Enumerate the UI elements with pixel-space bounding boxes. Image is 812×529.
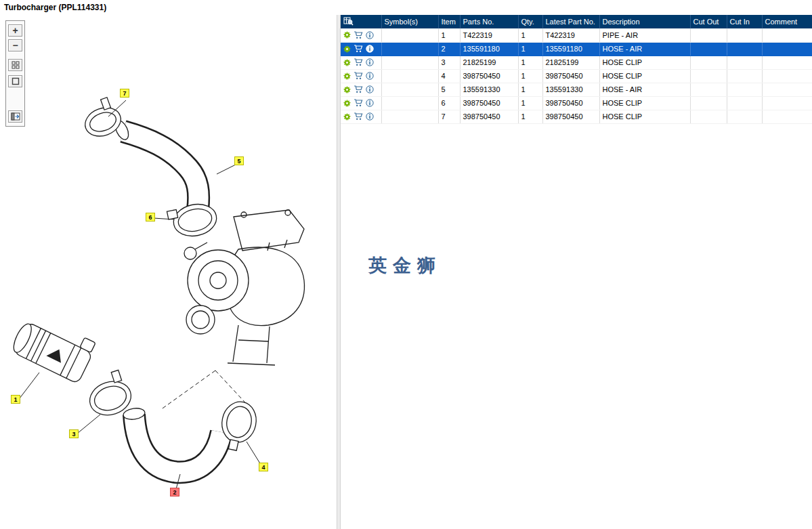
info-icon[interactable] — [366, 31, 374, 39]
cell-cut-out — [690, 96, 727, 110]
cell-description: HOSE - AIR — [599, 42, 690, 56]
cell-item: 4 — [438, 69, 460, 83]
info-icon[interactable] — [366, 72, 374, 80]
callout-1[interactable]: 1 — [11, 395, 20, 404]
cell-parts-no: T422319 — [460, 28, 518, 42]
table-row[interactable]: 5 135591330 1 135591330 HOSE - AIR — [341, 83, 812, 96]
cell-latest-part-no: T422319 — [542, 28, 599, 42]
table-row[interactable]: 2 135591180 1 135591180 HOSE - AIR — [341, 42, 812, 56]
callout-7[interactable]: 7 — [120, 89, 129, 98]
cell-latest-part-no: 135591180 — [542, 42, 599, 56]
cell-latest-part-no: 398750450 — [542, 96, 599, 110]
cell-comment — [762, 42, 812, 56]
gear-icon[interactable] — [343, 31, 351, 39]
cart-icon[interactable] — [354, 31, 363, 39]
info-icon[interactable] — [366, 58, 374, 66]
table-row[interactable]: 6 398750450 1 398750450 HOSE CLIP — [341, 96, 812, 110]
row-actions-cell — [341, 42, 381, 56]
col-latest-part-no[interactable]: Latest Part No. — [542, 15, 599, 28]
cell-parts-no: 21825199 — [460, 56, 518, 69]
table-row[interactable]: 1 T422319 1 T422319 PIPE - AIR — [341, 28, 812, 42]
cell-symbols — [381, 56, 438, 69]
cell-symbols — [381, 42, 438, 56]
cell-comment — [762, 96, 812, 110]
app-window: Turbocharger (PPL114331) + − — [0, 0, 812, 529]
cart-icon[interactable] — [354, 99, 363, 107]
cart-icon[interactable] — [354, 58, 363, 66]
row-actions-cell — [341, 28, 381, 42]
cell-latest-part-no: 135591330 — [542, 83, 599, 96]
gear-icon[interactable] — [343, 113, 351, 121]
callout-4[interactable]: 4 — [259, 463, 268, 471]
cell-cut-in — [727, 69, 762, 83]
cell-symbols — [381, 96, 438, 110]
row-actions-cell — [341, 96, 381, 110]
col-parts-no[interactable]: Parts No. — [460, 15, 518, 28]
cell-cut-in — [727, 110, 762, 123]
cell-comment — [762, 69, 812, 83]
cell-qty: 1 — [518, 56, 542, 69]
col-item[interactable]: Item — [438, 15, 460, 28]
cart-icon[interactable] — [354, 45, 363, 53]
cell-cut-in — [727, 83, 762, 96]
info-icon[interactable] — [366, 99, 374, 107]
cell-item: 5 — [438, 83, 460, 96]
turbocharger-diagram — [0, 15, 337, 529]
cell-description: HOSE CLIP — [599, 69, 690, 83]
cell-description: HOSE CLIP — [599, 110, 690, 123]
cell-parts-no: 398750450 — [460, 96, 518, 110]
cell-item: 1 — [438, 28, 460, 42]
cell-item: 3 — [438, 56, 460, 69]
gear-icon[interactable] — [343, 59, 351, 66]
table-header-row: Symbol(s) Item Parts No. Qty. Latest Par… — [341, 15, 812, 28]
cell-parts-no: 135591330 — [460, 83, 518, 96]
callout-2[interactable]: 2 — [170, 488, 179, 496]
cell-symbols — [381, 28, 438, 42]
info-icon[interactable] — [366, 112, 374, 121]
cart-icon[interactable] — [354, 112, 363, 121]
gear-icon[interactable] — [343, 86, 351, 93]
cell-qty: 1 — [518, 110, 542, 123]
table-filter-header[interactable] — [341, 15, 381, 28]
table-row[interactable]: 3 21825199 1 21825199 HOSE CLIP — [341, 56, 812, 69]
cell-item: 2 — [438, 42, 460, 56]
cell-parts-no: 398750450 — [460, 110, 518, 123]
parts-table: Symbol(s) Item Parts No. Qty. Latest Par… — [341, 15, 812, 124]
row-actions-cell — [341, 69, 381, 83]
col-cut-out[interactable]: Cut Out — [690, 15, 727, 28]
cart-icon[interactable] — [354, 85, 363, 93]
table-row[interactable]: 4 398750450 1 398750450 HOSE CLIP — [341, 69, 812, 83]
cell-description: HOSE CLIP — [599, 56, 690, 69]
gear-icon[interactable] — [343, 72, 351, 80]
cell-description: PIPE - AIR — [599, 28, 690, 42]
watermark-text: 英金狮 — [368, 253, 442, 278]
cell-cut-in — [727, 96, 762, 110]
cart-icon[interactable] — [354, 72, 363, 80]
cell-latest-part-no: 398750450 — [542, 110, 599, 123]
cell-cut-out — [690, 28, 727, 42]
callout-5[interactable]: 5 — [234, 156, 244, 165]
col-comment[interactable]: Comment — [762, 15, 812, 28]
gear-icon[interactable] — [343, 45, 351, 53]
cell-cut-out — [690, 42, 727, 56]
col-symbols[interactable]: Symbol(s) — [381, 15, 438, 28]
cell-qty: 1 — [518, 42, 542, 56]
cell-description: HOSE CLIP — [599, 96, 690, 110]
info-icon[interactable] — [366, 85, 374, 93]
cell-symbols — [381, 110, 438, 123]
callout-3[interactable]: 3 — [69, 429, 79, 438]
table-search-icon — [343, 17, 354, 26]
cell-comment — [762, 110, 812, 123]
cell-qty: 1 — [518, 83, 542, 96]
cell-qty: 1 — [518, 69, 542, 83]
cell-cut-in — [727, 42, 762, 56]
col-qty[interactable]: Qty. — [518, 15, 542, 28]
col-description[interactable]: Description — [599, 15, 690, 28]
callout-6[interactable]: 6 — [146, 213, 155, 221]
table-row[interactable]: 7 398750450 1 398750450 HOSE CLIP — [341, 110, 812, 123]
col-cut-in[interactable]: Cut In — [727, 15, 762, 28]
cell-description: HOSE - AIR — [599, 83, 690, 96]
cell-symbols — [381, 69, 438, 83]
gear-icon[interactable] — [343, 100, 351, 107]
info-icon[interactable] — [366, 45, 374, 53]
